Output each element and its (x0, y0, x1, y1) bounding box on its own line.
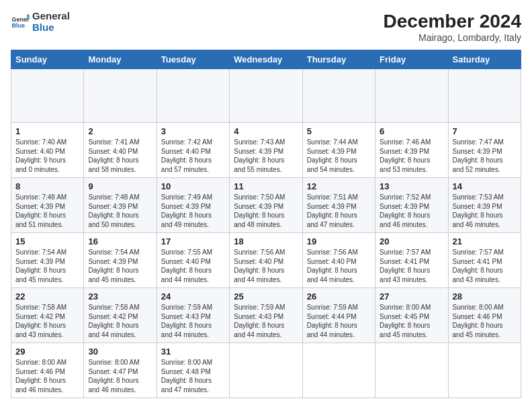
column-header-saturday: Saturday (448, 50, 521, 69)
day-number: 30 (88, 347, 152, 357)
calendar-cell: 30Sunrise: 8:00 AMSunset: 4:47 PMDayligh… (84, 343, 157, 398)
day-number: 13 (380, 181, 443, 191)
day-number: 10 (161, 181, 225, 191)
calendar-cell (375, 343, 448, 398)
column-header-tuesday: Tuesday (157, 50, 229, 69)
calendar-cell: 23Sunrise: 7:58 AMSunset: 4:42 PMDayligh… (84, 288, 157, 343)
day-number: 11 (234, 181, 298, 191)
calendar-week-row: 1Sunrise: 7:40 AMSunset: 4:40 PMDaylight… (11, 123, 521, 178)
calendar-cell: 29Sunrise: 8:00 AMSunset: 4:46 PMDayligh… (11, 343, 84, 398)
day-number: 26 (307, 291, 371, 302)
svg-marker-3 (27, 16, 30, 19)
day-info: Sunrise: 7:48 AMSunset: 4:39 PMDaylight:… (15, 193, 79, 229)
day-info: Sunrise: 7:52 AMSunset: 4:39 PMDaylight:… (380, 193, 443, 229)
calendar-cell: 3Sunrise: 7:42 AMSunset: 4:40 PMDaylight… (157, 123, 229, 178)
day-info: Sunrise: 7:59 AMSunset: 4:44 PMDaylight:… (307, 303, 371, 339)
day-number: 7 (453, 126, 517, 136)
day-number: 24 (161, 291, 225, 302)
title-area: December 2024 Mairago, Lombardy, Italy (384, 11, 521, 43)
calendar-cell: 25Sunrise: 7:59 AMSunset: 4:43 PMDayligh… (230, 288, 302, 343)
calendar-cell: 17Sunrise: 7:55 AMSunset: 4:40 PMDayligh… (157, 233, 229, 288)
calendar-cell (375, 69, 448, 123)
day-number: 15 (15, 236, 79, 246)
page-title: December 2024 (384, 11, 521, 32)
day-number: 23 (88, 291, 152, 302)
column-header-friday: Friday (375, 50, 448, 69)
day-number: 28 (453, 291, 517, 302)
calendar-cell: 7Sunrise: 7:47 AMSunset: 4:39 PMDaylight… (448, 123, 521, 178)
day-number: 5 (307, 126, 371, 136)
day-info: Sunrise: 7:56 AMSunset: 4:40 PMDaylight:… (307, 248, 371, 284)
day-info: Sunrise: 8:00 AMSunset: 4:46 PMDaylight:… (15, 358, 79, 394)
calendar-cell: 2Sunrise: 7:41 AMSunset: 4:40 PMDaylight… (84, 123, 157, 178)
day-info: Sunrise: 7:58 AMSunset: 4:42 PMDaylight:… (88, 303, 152, 339)
day-info: Sunrise: 7:42 AMSunset: 4:40 PMDaylight:… (161, 138, 225, 174)
calendar-cell: 11Sunrise: 7:50 AMSunset: 4:39 PMDayligh… (230, 178, 302, 233)
day-info: Sunrise: 7:54 AMSunset: 4:39 PMDaylight:… (88, 248, 152, 284)
calendar-week-row: 15Sunrise: 7:54 AMSunset: 4:39 PMDayligh… (11, 233, 521, 288)
calendar-cell: 16Sunrise: 7:54 AMSunset: 4:39 PMDayligh… (84, 233, 157, 288)
calendar-cell (230, 343, 302, 398)
day-info: Sunrise: 8:00 AMSunset: 4:46 PMDaylight:… (453, 303, 517, 339)
calendar-cell: 27Sunrise: 8:00 AMSunset: 4:45 PMDayligh… (375, 288, 448, 343)
day-number: 12 (307, 181, 371, 191)
day-number: 18 (234, 236, 298, 246)
calendar-week-row: 8Sunrise: 7:48 AMSunset: 4:39 PMDaylight… (11, 178, 521, 233)
calendar-cell: 5Sunrise: 7:44 AMSunset: 4:39 PMDaylight… (302, 123, 375, 178)
calendar-cell: 31Sunrise: 8:00 AMSunset: 4:48 PMDayligh… (157, 343, 229, 398)
page-subtitle: Mairago, Lombardy, Italy (384, 32, 521, 43)
day-number: 6 (380, 126, 443, 136)
calendar-cell: 21Sunrise: 7:57 AMSunset: 4:41 PMDayligh… (448, 233, 521, 288)
calendar-cell: 28Sunrise: 8:00 AMSunset: 4:46 PMDayligh… (448, 288, 521, 343)
calendar-cell (157, 69, 229, 123)
column-header-thursday: Thursday (302, 50, 375, 69)
calendar-cell: 10Sunrise: 7:49 AMSunset: 4:39 PMDayligh… (157, 178, 229, 233)
column-header-sunday: Sunday (11, 50, 84, 69)
day-number: 27 (380, 291, 443, 302)
day-info: Sunrise: 7:53 AMSunset: 4:39 PMDaylight:… (453, 193, 517, 229)
calendar-cell: 1Sunrise: 7:40 AMSunset: 4:40 PMDaylight… (11, 123, 84, 178)
calendar-week-row (11, 69, 521, 123)
day-number: 19 (307, 236, 371, 246)
calendar-cell: 19Sunrise: 7:56 AMSunset: 4:40 PMDayligh… (302, 233, 375, 288)
day-number: 29 (15, 347, 79, 357)
day-number: 3 (161, 126, 225, 136)
day-info: Sunrise: 7:56 AMSunset: 4:40 PMDaylight:… (234, 248, 298, 284)
calendar-header-row: SundayMondayTuesdayWednesdayThursdayFrid… (11, 50, 521, 69)
header: General Blue General Blue December 2024 … (11, 11, 521, 43)
calendar-cell: 8Sunrise: 7:48 AMSunset: 4:39 PMDaylight… (11, 178, 84, 233)
column-header-wednesday: Wednesday (230, 50, 302, 69)
day-number: 31 (161, 347, 225, 357)
calendar-cell: 4Sunrise: 7:43 AMSunset: 4:39 PMDaylight… (230, 123, 302, 178)
day-info: Sunrise: 7:57 AMSunset: 4:41 PMDaylight:… (453, 248, 517, 284)
day-info: Sunrise: 7:54 AMSunset: 4:39 PMDaylight:… (15, 248, 79, 284)
day-info: Sunrise: 8:00 AMSunset: 4:45 PMDaylight:… (380, 303, 443, 339)
day-info: Sunrise: 7:49 AMSunset: 4:39 PMDaylight:… (161, 193, 225, 229)
day-info: Sunrise: 8:00 AMSunset: 4:48 PMDaylight:… (161, 358, 225, 394)
day-info: Sunrise: 8:00 AMSunset: 4:47 PMDaylight:… (88, 358, 152, 394)
day-info: Sunrise: 7:46 AMSunset: 4:39 PMDaylight:… (380, 138, 443, 174)
day-number: 25 (234, 291, 298, 302)
svg-text:Blue: Blue (11, 22, 25, 29)
day-number: 22 (15, 291, 79, 302)
calendar-cell: 22Sunrise: 7:58 AMSunset: 4:42 PMDayligh… (11, 288, 84, 343)
calendar-cell (84, 69, 157, 123)
calendar-cell: 15Sunrise: 7:54 AMSunset: 4:39 PMDayligh… (11, 233, 84, 288)
day-number: 8 (15, 181, 79, 191)
calendar-cell: 9Sunrise: 7:48 AMSunset: 4:39 PMDaylight… (84, 178, 157, 233)
day-info: Sunrise: 7:59 AMSunset: 4:43 PMDaylight:… (161, 303, 225, 339)
calendar-week-row: 22Sunrise: 7:58 AMSunset: 4:42 PMDayligh… (11, 288, 521, 343)
calendar-week-row: 29Sunrise: 8:00 AMSunset: 4:46 PMDayligh… (11, 343, 521, 398)
day-info: Sunrise: 7:51 AMSunset: 4:39 PMDaylight:… (307, 193, 371, 229)
day-info: Sunrise: 7:50 AMSunset: 4:39 PMDaylight:… (234, 193, 298, 229)
calendar-cell (448, 343, 521, 398)
day-info: Sunrise: 7:58 AMSunset: 4:42 PMDaylight:… (15, 303, 79, 339)
day-number: 21 (453, 236, 517, 246)
calendar-cell: 18Sunrise: 7:56 AMSunset: 4:40 PMDayligh… (230, 233, 302, 288)
calendar-cell (302, 343, 375, 398)
calendar-cell (230, 69, 302, 123)
day-info: Sunrise: 7:57 AMSunset: 4:41 PMDaylight:… (380, 248, 443, 284)
day-info: Sunrise: 7:47 AMSunset: 4:39 PMDaylight:… (453, 138, 517, 174)
day-number: 1 (15, 126, 79, 136)
day-number: 9 (88, 181, 152, 191)
